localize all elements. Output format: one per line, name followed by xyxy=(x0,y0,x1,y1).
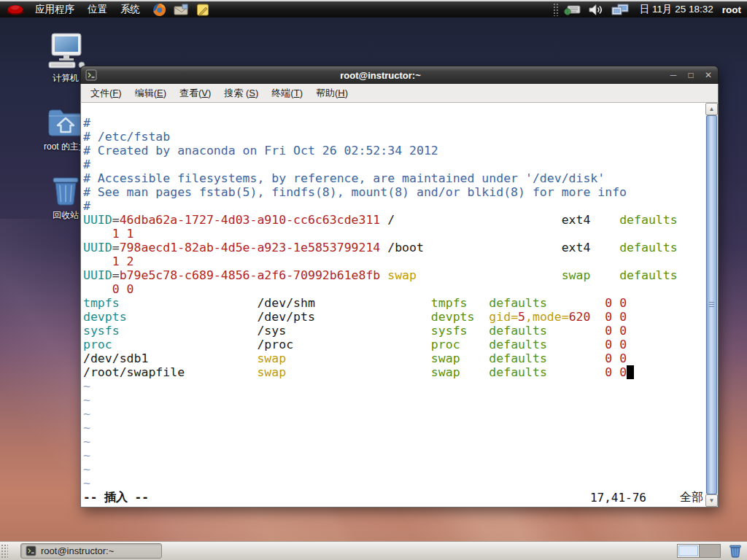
workspace-2[interactable] xyxy=(699,545,720,557)
taskbar-window-label: root@instructor:~ xyxy=(41,545,114,556)
vim-row: # Accessible filesystems, by reference, … xyxy=(83,171,703,185)
panel-drag-handle[interactable] xyxy=(1,544,8,559)
maximize-button[interactable]: □ xyxy=(686,70,696,80)
terminal-menu-item-1[interactable]: 编辑(E) xyxy=(128,85,173,102)
desktop-icon-label: 计算机 xyxy=(53,72,79,85)
terminal-app-icon xyxy=(85,69,97,81)
vim-row: ~ xyxy=(83,448,703,462)
vim-row: # xyxy=(83,158,703,171)
close-button[interactable]: ✕ xyxy=(703,70,713,80)
vim-cursor-position: 17,41-76 xyxy=(590,491,646,505)
redhat-menu-icon[interactable] xyxy=(6,4,25,16)
scrollbar-thumb[interactable] xyxy=(706,115,717,494)
vim-row: # /etc/fstab xyxy=(83,130,703,144)
window-controls: ─ □ ✕ xyxy=(668,70,713,80)
scrollbar-grip xyxy=(709,302,714,308)
terminal-menu-item-4[interactable]: 终端(T) xyxy=(265,85,309,102)
vim-row: UUID=798aecd1-82ab-4d5e-a923-1e585379921… xyxy=(83,241,703,254)
workspace-switcher xyxy=(677,544,721,558)
panel-menu-bar: 应用程序位置系统 xyxy=(28,1,147,18)
home-folder-icon xyxy=(47,101,85,139)
vim-row: ~ xyxy=(83,462,703,476)
terminal-menu-item-0[interactable]: 文件(F) xyxy=(84,85,128,102)
mail-icon[interactable] xyxy=(174,4,189,16)
trash-icon xyxy=(49,169,82,207)
vim-row: # xyxy=(83,116,703,130)
vim-row: UUID=46dba62a-1727-4d03-a910-cc6c63cde31… xyxy=(83,213,703,227)
vim-row: /root/swapfile swap swap defaults 0 0 xyxy=(83,365,703,379)
terminal-menu-item-5[interactable]: 帮助(H) xyxy=(309,85,355,102)
vim-row: /dev/sdb1 swap swap defaults 0 0 xyxy=(83,351,703,365)
firefox-icon[interactable] xyxy=(152,3,166,17)
vim-row: ~ xyxy=(83,407,703,421)
vim-row: # See man pages fstab(5), findfs(8), mou… xyxy=(83,185,703,199)
vim-row: devpts /dev/pts devpts gid=5,mode=620 0 … xyxy=(83,310,703,324)
input-method-icon[interactable] xyxy=(564,4,581,15)
vim-row: ~ xyxy=(83,476,703,490)
vim-row: 1 2 xyxy=(83,254,703,268)
panel-menu-1[interactable]: 位置 xyxy=(81,1,114,18)
terminal-menubar: 文件(F)编辑(E)查看(V)搜索 (S)终端(T)帮助(H) xyxy=(80,84,719,102)
vim-row: 1 1 xyxy=(83,227,703,241)
taskbar-window-button[interactable]: root@instructor:~ xyxy=(20,543,162,559)
vim-row: tmpfs /dev/shm tmpfs defaults 0 0 xyxy=(83,296,703,310)
vim-buffer[interactable]: ## /etc/fstab# Created by anaconda on Fr… xyxy=(83,116,703,490)
scroll-down-button[interactable]: ▼ xyxy=(705,494,718,507)
bottom-panel: root@instructor:~ xyxy=(0,541,747,560)
taskbar-trash-icon[interactable] xyxy=(728,543,743,559)
terminal-task-icon xyxy=(26,545,36,556)
desktop: 应用程序位置系统 xyxy=(0,0,747,560)
vim-mode-indicator: -- 插入 -- xyxy=(83,490,149,505)
vim-row: sysfs /sys sysfs defaults 0 0 xyxy=(83,324,703,338)
workspace-1[interactable] xyxy=(678,545,699,557)
terminal-menu-item-2[interactable]: 查看(V) xyxy=(173,85,217,102)
terminal-menu-item-3[interactable]: 搜索 (S) xyxy=(217,85,265,102)
vim-row: 0 0 xyxy=(83,282,703,296)
vim-scroll-position: 全部 xyxy=(680,490,703,505)
panel-menu-2[interactable]: 系统 xyxy=(114,1,147,18)
tray-handle[interactable] xyxy=(553,3,559,16)
notes-icon[interactable] xyxy=(196,3,210,17)
vim-row: ~ xyxy=(83,379,703,393)
vim-status-line: -- 插入 -- 17,41-76 全部 xyxy=(83,491,703,505)
vim-status-right: 17,41-76 全部 xyxy=(590,490,703,505)
clock[interactable]: 日 11月 25 18:32 xyxy=(640,3,713,16)
scrollbar[interactable]: ▲ ▼ xyxy=(705,103,718,507)
display-icon[interactable] xyxy=(611,4,629,16)
window-title: root@instructor:~ xyxy=(97,70,664,81)
vim-row: ~ xyxy=(83,421,703,435)
vim-row: UUID=b79e5c78-c689-4856-a2f6-70992b61e8f… xyxy=(83,268,703,282)
top-panel: 应用程序位置系统 xyxy=(0,0,747,18)
window-titlebar[interactable]: root@instructor:~ ─ □ ✕ xyxy=(80,66,719,84)
vim-row: ~ xyxy=(83,435,703,448)
vim-row: proc /proc proc defaults 0 0 xyxy=(83,338,703,351)
desktop-icon-label: 回收站 xyxy=(53,209,79,222)
panel-menu-0[interactable]: 应用程序 xyxy=(28,1,81,18)
vim-row: # Created by anaconda on Fri Oct 26 02:5… xyxy=(83,144,703,158)
scroll-up-button[interactable]: ▲ xyxy=(705,103,718,115)
terminal-window: root@instructor:~ ─ □ ✕ 文件(F)编辑(E)查看(V)搜… xyxy=(80,66,719,508)
vim-row: ~ xyxy=(83,393,703,407)
minimize-button[interactable]: ─ xyxy=(668,70,678,80)
user-menu[interactable]: root xyxy=(722,4,741,15)
vim-cursor xyxy=(627,365,634,379)
terminal-screen[interactable]: ## /etc/fstab# Created by anaconda on Fr… xyxy=(80,102,719,508)
volume-icon[interactable] xyxy=(588,4,604,16)
computer-icon xyxy=(44,32,87,70)
vim-row: # xyxy=(83,199,703,213)
